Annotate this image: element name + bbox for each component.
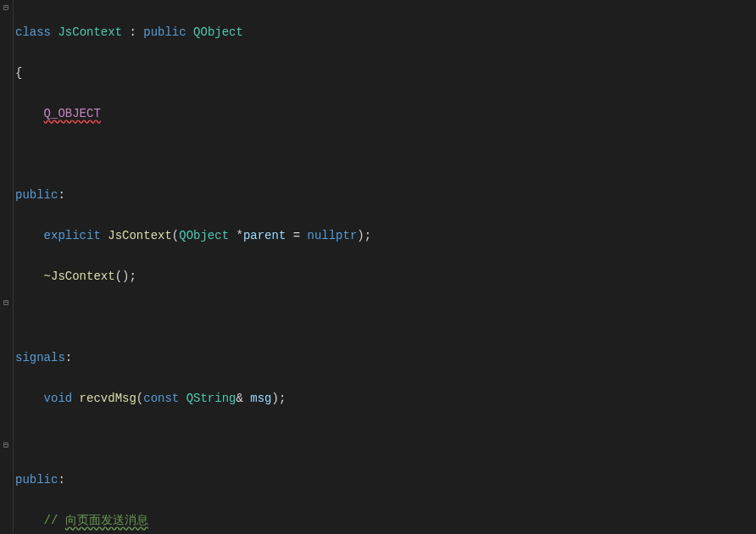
code-line[interactable]: explicit JsContext(QObject *parent = nul… (15, 225, 756, 246)
gutter: ⊟ ⊟ ⊟ (0, 0, 14, 534)
code-line[interactable]: void recvdMsg(const QString& msg); (15, 388, 756, 409)
code-line[interactable] (15, 307, 756, 327)
code-line[interactable] (15, 144, 756, 164)
fold-icon[interactable]: ⊟ (1, 3, 11, 14)
code-area[interactable]: class JsContext : public QObject { Q_OBJ… (14, 0, 756, 534)
code-line[interactable]: public: (15, 470, 756, 490)
fold-icon[interactable]: ⊟ (1, 441, 11, 451)
code-line[interactable]: Q_OBJECT (15, 103, 756, 124)
code-line[interactable]: ~JsContext(); (15, 266, 756, 286)
code-line[interactable]: // 向页面发送消息 (15, 510, 756, 531)
fold-icon[interactable]: ⊟ (1, 298, 11, 309)
code-line[interactable]: { (15, 63, 756, 83)
code-line[interactable]: class JsContext : public QObject (15, 22, 756, 42)
code-editor[interactable]: ⊟ ⊟ ⊟ class JsContext : public QObject {… (0, 0, 756, 534)
code-line[interactable]: public: (15, 185, 756, 205)
code-line[interactable]: signals: (15, 348, 756, 368)
code-line[interactable] (15, 429, 756, 449)
